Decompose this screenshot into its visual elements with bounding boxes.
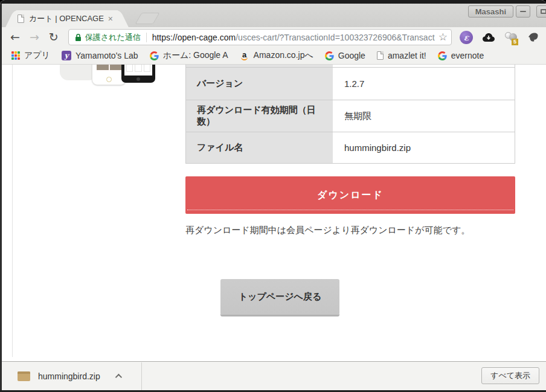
yamamoto-favicon: y [62,51,71,60]
reload-button[interactable]: ↻ [49,31,59,43]
table-row: ファイル名 hummingbird.zip [186,132,515,164]
new-tab-button[interactable] [135,13,160,24]
tab-cart-opencage[interactable]: カート | OPENCAGE × [16,10,118,27]
emacs-extension-icon[interactable]: ε [460,31,473,44]
bookmark-star-icon[interactable]: ☆ [438,31,448,43]
window-top-border [0,0,546,4]
table-value-cell: hummingbird.zip [333,132,515,163]
bookmark-amazon[interactable]: a Amazon.co.jpへ [240,50,313,61]
tab-title: カート | OPENCAGE [29,13,106,24]
minimize-icon [520,11,526,12]
cloud-download-glyph [482,32,495,42]
chevron-up-icon[interactable] [115,374,121,381]
downloaded-filename: hummingbird.zip [38,371,100,381]
bookmarks-bar: アプリ y Yamamoto's Lab ホーム: Google A a Ama… [2,47,546,65]
titlebar: Masashi カート | OPENCAGE × [2,4,546,27]
bookmark-label: ホーム: Google A [163,50,228,61]
content-container-border [12,65,13,357]
evernote-extension-icon[interactable] [527,31,540,44]
apps-shortcut[interactable]: アプリ [11,50,50,61]
table-label-cell: ファイル名 [186,132,333,163]
page-favicon-icon [18,14,24,23]
table-label-cell: バージョン [186,68,333,100]
amazon-favicon: a [240,51,249,60]
session-spheres-extension-icon[interactable]: 5 [504,31,518,44]
table-row: 再ダウンロード有効期間（日数） 無期限 [186,100,515,132]
table-value-cell [333,65,515,67]
browser-window: Masashi カート | OPENCAGE × ← → ↻ 保護された通信 h… [0,0,546,392]
window-left-border [0,4,2,390]
cloud-download-extension-icon[interactable] [482,31,495,44]
secure-lock-icon [75,33,82,42]
session-user-button[interactable]: Masashi [468,5,513,18]
bookmark-amazlet[interactable]: amazlet it! [377,51,426,60]
extension-badge: 5 [512,39,518,45]
maximize-icon [541,9,546,14]
table-value-cell: 1.2.7 [333,68,515,100]
bookmark-label: amazlet it! [388,51,426,60]
bookmark-yamamotos-lab[interactable]: y Yamamoto's Lab [62,51,138,60]
back-button[interactable]: ← [10,31,20,43]
zip-file-icon [18,371,30,381]
back-to-top-button[interactable]: トップページへ戻る [220,279,339,315]
tab-close-icon[interactable]: × [106,14,115,23]
redownload-note: 再ダウンロード期間中は会員ページより再ダウンロードが可能です。 [185,225,470,236]
bookmark-home-google[interactable]: ホーム: Google A [150,50,228,61]
page-favicon-icon [377,51,384,60]
navigation-toolbar: ← → ↻ 保護された通信 https://open-cage.com/usce… [2,27,546,47]
forward-button[interactable]: → [30,31,39,43]
downloaded-file-item[interactable]: hummingbird.zip [2,362,142,390]
emacs-glyph: ε [464,33,469,42]
omnibox-divider [146,33,147,42]
google-favicon [150,51,159,60]
url-text: https://open-cage.com/usces-cart/?Transa… [152,33,435,42]
download-shelf: hummingbird.zip すべて表示 [2,361,546,390]
apps-label: アプリ [24,50,50,61]
google-favicon [325,51,334,60]
url-path: /usces-cart/?TransactionId=100323726906&… [236,33,435,42]
secure-connection-label: 保護された通信 [85,32,141,43]
download-info-table: バージョン 1.2.7 再ダウンロード有効期間（日数） 無期限 ファイル名 hu… [185,65,515,164]
phone-screen [97,65,122,71]
tablet-screen [124,65,152,76]
download-button[interactable]: ダウンロード [185,176,515,214]
table-label-cell [186,65,333,67]
table-value-cell: 無期限 [333,100,515,132]
maximize-button[interactable] [536,5,546,18]
bookmark-evernote[interactable]: evernote [438,51,484,60]
tablet-home-button [136,77,140,81]
phone-home-button [106,77,112,82]
table-label-cell: 再ダウンロード有効期間（日数） [186,100,333,132]
address-bar[interactable]: 保護された通信 https://open-cage.com/usces-cart… [68,29,452,45]
minimize-button[interactable] [516,5,530,18]
url-host: https://open-cage.com [152,33,236,42]
elephant-glyph [527,31,539,43]
show-all-downloads-button[interactable]: すべて表示 [481,367,539,384]
bookmark-label: evernote [451,51,484,60]
apps-grid-icon [11,51,20,60]
page-content: バージョン 1.2.7 再ダウンロード有効期間（日数） 無期限 ファイル名 hu… [2,65,546,361]
bookmark-label: Yamamoto's Lab [75,51,138,60]
table-row: バージョン 1.2.7 [186,68,515,100]
bookmark-label: Google [338,51,365,60]
extension-icons: ε 5 [460,31,540,44]
bookmark-google[interactable]: Google [325,51,365,60]
session-user-label: Masashi [475,7,506,16]
google-favicon [438,51,447,60]
product-image-tablet [121,65,155,83]
bookmark-label: Amazon.co.jpへ [254,50,313,61]
